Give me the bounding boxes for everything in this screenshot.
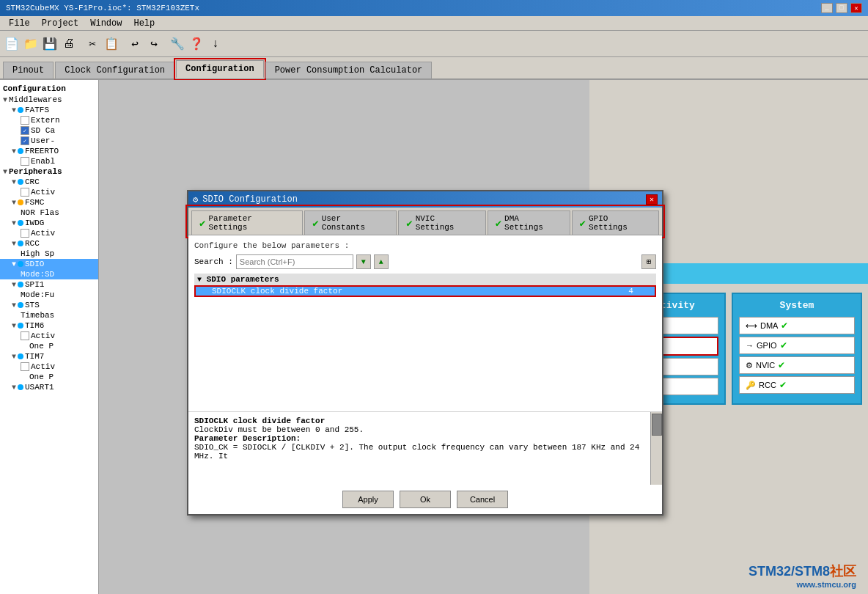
fatfs-user-check[interactable]: ✓ xyxy=(21,136,29,145)
settings-button[interactable]: 🔧 xyxy=(169,35,186,53)
save-button[interactable]: 💾 xyxy=(41,35,59,53)
sidebar-fatfs-user[interactable]: ✓ User- xyxy=(0,136,98,146)
nvic-icon: ⚙ xyxy=(746,361,753,370)
cut-button[interactable]: ✂ xyxy=(84,35,101,53)
redo-button[interactable]: ↪ xyxy=(145,35,163,53)
print-button[interactable]: 🖨 xyxy=(60,35,78,53)
search-up-button[interactable]: ▲ xyxy=(374,254,389,269)
sidebar-sts[interactable]: ▼ STS xyxy=(0,300,98,310)
sys-nvic-button[interactable]: ⚙ NVIC ✔ xyxy=(739,356,855,374)
tab-pinout[interactable]: Pinout xyxy=(3,62,54,78)
sidebar-tim7-activ[interactable]: Activ xyxy=(0,362,98,372)
ok-button[interactable]: Ok xyxy=(400,491,451,508)
sidebar-freertos-enabl[interactable]: Enabl xyxy=(0,156,98,166)
sidebar-fatfs-extern[interactable]: Extern xyxy=(0,115,98,125)
freertos-enabl-label: Enabl xyxy=(31,157,55,166)
table-view-button[interactable]: ⊞ xyxy=(641,254,656,269)
undo-button[interactable]: ↩ xyxy=(126,35,144,53)
sidebar-tim6-onep[interactable]: One P xyxy=(0,341,98,351)
sidebar-fsmc[interactable]: ▼ FSMC xyxy=(0,197,98,208)
dialog-close-button[interactable]: ✕ xyxy=(646,194,658,205)
rcc-check-icon: ✔ xyxy=(779,380,787,390)
freertos-enabl-check[interactable] xyxy=(21,157,29,166)
sidebar-tim6-activ[interactable]: Activ xyxy=(0,331,98,341)
dialog-tab-params[interactable]: ✔ Parameter Settings xyxy=(191,210,303,235)
menu-bar: File Project Window Help xyxy=(0,16,868,31)
sidebar-fsmc-nor[interactable]: NOR Flas xyxy=(0,208,98,218)
tab-clock[interactable]: Clock Configuration xyxy=(55,62,174,78)
sidebar-iwdg-activ[interactable]: Activ xyxy=(0,228,98,238)
tab-configuration[interactable]: Configuration xyxy=(176,60,264,78)
sys-gpio-button[interactable]: → GPIO ✔ xyxy=(739,337,855,354)
desc-scrollbar[interactable] xyxy=(650,412,662,485)
dialog-tab-nvic[interactable]: ✔ NVIC Settings xyxy=(398,210,485,235)
close-button[interactable]: ✕ xyxy=(850,3,862,13)
dialog-tab-gpio[interactable]: ✔ GPIO Settings xyxy=(572,210,659,235)
sidebar-usart1[interactable]: ▼ USART1 xyxy=(0,382,98,392)
sidebar-spi1-mode[interactable]: Mode:Fu xyxy=(0,290,98,300)
sidebar-freertos[interactable]: ▼ FREERTO xyxy=(0,146,98,156)
fatfs-extern-check[interactable] xyxy=(21,116,29,125)
sidebar-spi1[interactable]: ▼ SPI1 xyxy=(0,279,98,290)
tim7-activ-label: Activ xyxy=(31,362,55,371)
download-button[interactable]: ↓ xyxy=(207,35,224,53)
menu-window[interactable]: Window xyxy=(84,17,128,30)
menu-help[interactable]: Help xyxy=(128,17,161,30)
menu-project[interactable]: Project xyxy=(36,17,84,30)
content-area: Connectivity 🖥 FSMC ✔ 💾 SDIO ✔ ⚡ SPI1 xyxy=(99,80,868,594)
sidebar-tim6[interactable]: ▼ TIM6 xyxy=(0,320,98,331)
sidebar-fatfs-sdca[interactable]: ✓ SD Ca xyxy=(0,125,98,136)
cancel-button[interactable]: Cancel xyxy=(457,491,508,508)
sidebar-sdio-mode[interactable]: Mode:SD xyxy=(0,269,98,279)
open-button[interactable]: 📁 xyxy=(22,35,40,53)
tab-power[interactable]: Power Consumption Calculator xyxy=(265,62,433,78)
param-data-row[interactable]: SDIOCLK clock divide factor 4 xyxy=(194,285,656,297)
sys-nvic-label: NVIC xyxy=(756,361,775,370)
sidebar-crc[interactable]: ▼ CRC xyxy=(0,177,98,187)
fatfs-sdca-check[interactable]: ✓ xyxy=(21,126,29,135)
sys-rcc-button[interactable]: 🔑 RCC ✔ xyxy=(739,376,855,394)
expand-icon-spi1: ▼ xyxy=(12,281,16,289)
help-button[interactable]: ❓ xyxy=(188,35,205,53)
sidebar-sdio[interactable]: ▼ SDIO xyxy=(0,259,98,269)
sidebar-peripherals[interactable]: ▼ Peripherals xyxy=(0,166,98,177)
group-toggle-icon[interactable]: ▼ xyxy=(197,276,202,284)
new-button[interactable]: 📄 xyxy=(3,35,21,53)
sidebar-sts-timebas[interactable]: Timebas xyxy=(0,310,98,320)
iwdg-activ-check[interactable] xyxy=(21,229,29,238)
sidebar-middlewares[interactable]: ▼ Middlewares xyxy=(0,95,98,105)
sidebar-tim7[interactable]: ▼ TIM7 xyxy=(0,351,98,362)
crc-activ-check[interactable] xyxy=(21,188,29,197)
sidebar-fatfs[interactable]: ▼ FATFS xyxy=(0,105,98,115)
search-label: Search : xyxy=(194,257,233,266)
menu-file[interactable]: File xyxy=(3,17,36,30)
expand-icon-fsmc: ▼ xyxy=(12,199,16,207)
nvic-tab-check-icon: ✔ xyxy=(406,217,412,230)
search-bar: Search : ▼ ▲ ⊞ xyxy=(194,254,656,269)
sidebar-crc-activ[interactable]: Activ xyxy=(0,187,98,197)
expand-icon-sts: ▼ xyxy=(12,301,16,309)
rcc-label: RCC xyxy=(25,239,40,248)
expand-icon-crc: ▼ xyxy=(12,178,16,186)
desc-scroll-thumb[interactable] xyxy=(652,414,662,436)
sys-dma-button[interactable]: ⟷ DMA ✔ xyxy=(739,317,855,334)
minimize-button[interactable]: _ xyxy=(821,3,833,13)
tim6-activ-check[interactable] xyxy=(21,331,29,340)
copy-button[interactable]: 📋 xyxy=(103,35,120,53)
dialog-tab-dma[interactable]: ✔ DMA Settings xyxy=(488,210,570,235)
sidebar-iwdg[interactable]: ▼ IWDG xyxy=(0,218,98,228)
dialog-tab-user-const[interactable]: ✔ User Constants xyxy=(304,210,397,235)
search-down-button[interactable]: ▼ xyxy=(356,254,371,269)
title-bar: STM32CubeMX YS-F1Pro.ioc*: STM32F103ZETx… xyxy=(0,0,868,16)
apply-button[interactable]: Apply xyxy=(342,491,394,508)
param-value-cell[interactable]: 4 xyxy=(625,285,656,297)
search-input[interactable] xyxy=(236,254,353,269)
expand-icon-periph: ▼ xyxy=(3,168,7,176)
sidebar-rcc-highsp[interactable]: High Sp xyxy=(0,249,98,259)
crc-status-dot xyxy=(18,179,23,185)
tim7-activ-check[interactable] xyxy=(21,362,29,371)
param-group-row: ▼ SDIO parameters xyxy=(194,274,656,285)
maximize-button[interactable]: □ xyxy=(836,3,847,13)
sidebar-rcc[interactable]: ▼ RCC xyxy=(0,238,98,249)
sidebar-tim7-onep[interactable]: One P xyxy=(0,372,98,382)
